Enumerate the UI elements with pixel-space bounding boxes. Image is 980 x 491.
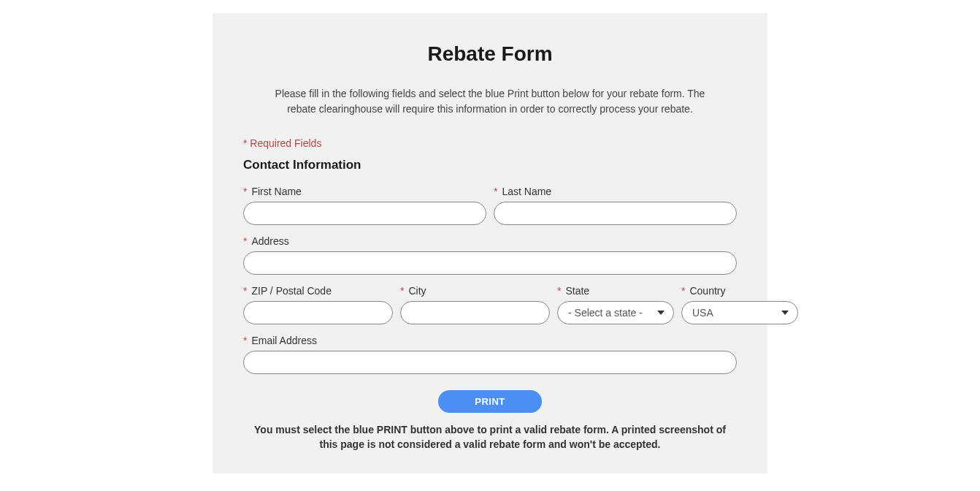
state-select[interactable]: - Select a state - <box>557 301 674 324</box>
state-label: *State <box>557 285 674 297</box>
zip-label: *ZIP / Postal Code <box>243 285 393 297</box>
section-header-contact: Contact Information <box>243 158 737 172</box>
address-label: *Address <box>243 235 737 247</box>
footer-note: You must select the blue PRINT button ab… <box>243 423 737 452</box>
first-name-field[interactable] <box>243 202 486 225</box>
email-label: *Email Address <box>243 335 737 346</box>
zip-field[interactable] <box>243 301 393 324</box>
instructions-text: Please fill in the following fields and … <box>243 86 737 117</box>
city-label: *City <box>400 285 550 297</box>
rebate-form-container: Rebate Form Please fill in the following… <box>213 13 767 473</box>
first-name-label: *First Name <box>243 186 486 197</box>
last-name-label: *Last Name <box>494 186 737 197</box>
last-name-field[interactable] <box>494 202 737 225</box>
country-select[interactable]: USA <box>681 301 798 324</box>
email-field[interactable] <box>243 351 737 374</box>
address-field[interactable] <box>243 251 737 275</box>
city-field[interactable] <box>400 301 550 324</box>
country-label: *Country <box>681 285 798 297</box>
print-button[interactable]: PRINT <box>438 390 542 413</box>
required-fields-note: * Required Fields <box>243 137 737 149</box>
page-title: Rebate Form <box>243 42 737 66</box>
